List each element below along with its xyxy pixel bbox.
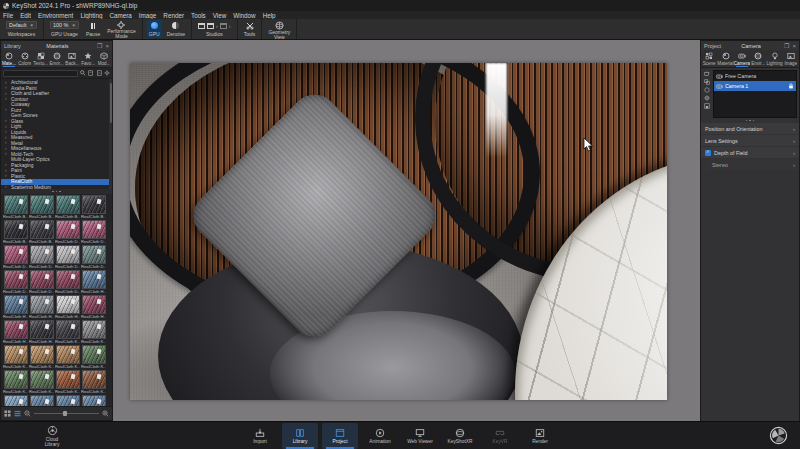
material-thumbnail[interactable]: RealCloth K... [29, 395, 54, 406]
studios-button[interactable]: ‹ › Studios [196, 20, 233, 38]
undock-icon[interactable]: ❐ [97, 42, 102, 49]
library-tab-models[interactable]: Mod... [96, 50, 112, 67]
expand-chevron-icon[interactable]: › [5, 97, 9, 102]
render-button[interactable]: Render [522, 423, 558, 449]
import-button[interactable]: Import [242, 423, 278, 449]
material-thumbnail[interactable]: RealCloth K... [81, 370, 106, 394]
library-tab-textures[interactable]: Textu... [33, 50, 49, 67]
material-thumbnail[interactable]: RealCloth K... [55, 395, 80, 406]
material-thumbnail[interactable]: RealCloth H... [81, 270, 106, 294]
material-thumbnail[interactable]: RealCloth B... [81, 195, 106, 219]
material-thumbnail[interactable]: RealCloth H... [3, 320, 28, 344]
material-thumbnail[interactable]: RealCloth K... [81, 395, 106, 406]
material-thumbnail[interactable]: RealCloth B... [29, 220, 54, 244]
import-material-icon[interactable] [88, 70, 94, 76]
keyshotxr-button[interactable]: KeyShotXR [442, 423, 478, 449]
tree-item-scattering-medium[interactable]: ›Scattering Medium [1, 185, 112, 190]
thumbnail-size-slider[interactable] [34, 413, 99, 415]
expand-chevron-icon[interactable]: › [5, 185, 9, 189]
project-tab-image[interactable]: Image [783, 50, 799, 67]
next-studio-icon[interactable]: › [229, 23, 231, 29]
library-settings-gear-icon[interactable] [104, 70, 110, 76]
material-thumbnail[interactable]: RealCloth K... [29, 345, 54, 369]
material-thumbnail[interactable]: RealCloth B... [3, 220, 28, 244]
material-thumbnail[interactable]: RealCloth K... [55, 320, 80, 344]
section-position-orientation[interactable]: Position and Orientation › [701, 123, 799, 134]
material-thumbnail[interactable]: RealCloth H... [29, 295, 54, 319]
close-icon[interactable]: × [792, 43, 796, 49]
menu-window[interactable]: Window [233, 12, 255, 19]
library-tab-colors[interactable]: Colors [17, 50, 33, 67]
material-thumbnail[interactable]: RealCloth K... [3, 345, 28, 369]
menu-lighting[interactable]: Lighting [80, 12, 102, 19]
menu-tools[interactable]: Tools [191, 12, 206, 19]
material-thumbnail[interactable]: RealCloth D... [81, 220, 106, 244]
material-thumbnail[interactable]: RealCloth D... [55, 270, 80, 294]
list-view-icon[interactable] [14, 410, 21, 417]
menu-help[interactable]: Help [263, 12, 276, 19]
material-thumbnail[interactable]: RealCloth B... [55, 195, 80, 219]
prev-studio-icon[interactable]: ‹ [216, 23, 218, 29]
project-tab-lighting[interactable]: Lighting [766, 50, 782, 67]
material-thumbnail[interactable]: RealCloth D... [29, 270, 54, 294]
section-stereo[interactable]: Stereo › [708, 159, 799, 170]
gpu-mode-button[interactable]: GPU [147, 20, 162, 38]
menu-camera[interactable]: Camera [109, 12, 131, 19]
web-viewer-button[interactable]: Web Viewer [402, 423, 438, 449]
material-thumbnail[interactable]: RealCloth H... [55, 295, 80, 319]
duplicate-camera-icon[interactable] [704, 79, 710, 85]
expand-chevron-icon[interactable]: › [5, 163, 9, 168]
material-thumbnail[interactable]: RealCloth K... [3, 370, 28, 394]
material-thumbnail[interactable]: RealCloth K... [55, 345, 80, 369]
material-thumbnail[interactable]: RealCloth H... [3, 295, 28, 319]
workspaces-dropdown[interactable]: Default▼ Workspaces [4, 20, 39, 38]
section-depth-of-field[interactable]: ✓ Depth of Field › [701, 147, 799, 158]
material-thumbnail[interactable]: RealCloth K... [29, 370, 54, 394]
save-camera-icon[interactable] [704, 103, 710, 109]
search-input[interactable] [3, 70, 78, 77]
camera-row-camera-1[interactable]: Camera 1 [714, 81, 796, 91]
project-button[interactable]: Project [322, 423, 358, 449]
camera-target-icon[interactable] [704, 95, 710, 101]
section-lens-settings[interactable]: Lens Settings › [701, 135, 799, 146]
expand-chevron-icon[interactable]: › [5, 130, 9, 135]
material-thumbnail[interactable]: RealCloth D... [29, 245, 54, 269]
lock-icon[interactable] [788, 83, 794, 89]
search-icon[interactable] [80, 70, 86, 76]
material-thumbnail[interactable]: RealCloth K... [81, 345, 106, 369]
project-panel-header[interactable]: Project Camera ❐ × [701, 41, 799, 50]
expand-chevron-icon[interactable]: › [5, 152, 9, 157]
export-material-icon[interactable] [96, 70, 102, 76]
project-tab-camera[interactable]: Camera [734, 50, 750, 67]
project-tab-scene[interactable]: Scene [701, 50, 717, 67]
material-thumbnail[interactable]: RealCloth K... [3, 395, 28, 406]
expand-chevron-icon[interactable]: › [5, 108, 9, 113]
library-tab-backplates[interactable]: Back... [64, 50, 80, 67]
tools-button[interactable]: Tools [242, 20, 258, 38]
animation-button[interactable]: Animation [362, 423, 398, 449]
material-thumbnail[interactable]: RealCloth D... [3, 245, 28, 269]
depth-of-field-checkbox[interactable]: ✓ [705, 150, 711, 156]
close-icon[interactable]: × [105, 43, 109, 49]
tree-scrollbar[interactable] [109, 79, 112, 189]
camera-row-free-camera[interactable]: Free Camera [714, 71, 796, 81]
menu-edit[interactable]: Edit [20, 12, 31, 19]
material-thumbnail[interactable]: RealCloth K... [81, 320, 106, 344]
material-thumbnail[interactable]: RealCloth D... [55, 245, 80, 269]
menu-render[interactable]: Render [163, 12, 184, 19]
camera-material-icon[interactable] [704, 87, 710, 93]
library-panel-header[interactable]: Library Materials ❐ × [1, 41, 112, 50]
library-tab-favorites[interactable]: Favo... [80, 50, 96, 67]
denoise-button[interactable]: Denoise [165, 20, 187, 38]
realtime-viewport[interactable] [113, 40, 700, 421]
cloud-library-button[interactable]: Cloud Library [34, 423, 70, 449]
add-camera-icon[interactable] [704, 71, 710, 77]
material-thumbnail[interactable]: RealCloth K... [55, 370, 80, 394]
menu-view[interactable]: View [213, 12, 227, 19]
material-thumbnail[interactable]: RealCloth D... [3, 270, 28, 294]
zoom-in-icon[interactable] [102, 410, 109, 417]
project-tab-material[interactable]: Material [717, 50, 733, 67]
expand-chevron-icon[interactable]: › [5, 141, 9, 146]
material-thumbnail[interactable]: RealCloth B... [29, 195, 54, 219]
render-view[interactable] [130, 63, 667, 400]
